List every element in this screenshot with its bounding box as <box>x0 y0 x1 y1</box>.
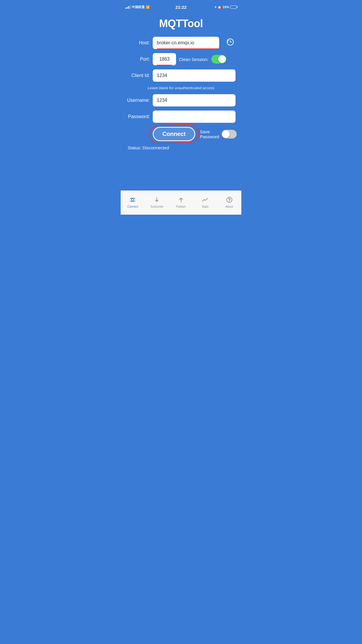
client-id-input[interactable] <box>153 69 236 82</box>
signal-bar-3 <box>128 6 129 9</box>
port-input[interactable] <box>153 53 176 65</box>
publish-tab-label: Publish <box>176 205 186 208</box>
about-tab-label: About <box>226 205 233 208</box>
port-clean-row: Port: Clean Session: <box>126 53 236 65</box>
svg-point-5 <box>229 202 230 202</box>
connect-tab-icon <box>129 196 136 204</box>
gps-icon: ⌖ <box>215 5 216 9</box>
username-input[interactable] <box>153 94 236 106</box>
signal-bar-2 <box>127 7 128 9</box>
wifi-icon: 📶 <box>146 5 150 9</box>
connect-btn-wrapper: Connect <box>153 127 195 141</box>
battery-icon <box>230 6 237 9</box>
tab-publish[interactable]: Publish <box>169 195 193 209</box>
save-password-toggle[interactable] <box>222 130 237 139</box>
about-tab-icon <box>226 196 233 204</box>
clean-session-label: Clean Session: <box>179 57 208 62</box>
port-input-wrapper <box>153 53 176 65</box>
save-password-group: Save Password <box>200 129 237 139</box>
clean-session-toggle[interactable] <box>211 55 226 64</box>
signal-bar-4 <box>130 5 131 9</box>
client-id-label: Client Id: <box>126 73 150 78</box>
status-time: 21:22 <box>175 5 187 10</box>
save-password-label: Save Password <box>200 129 219 139</box>
save-password-slider <box>222 130 237 139</box>
tab-bar: Connect Subscribe Publish Stats <box>121 190 241 215</box>
stats-tab-icon <box>202 196 209 204</box>
main-content: MQTTool Host: Port: <box>121 13 241 190</box>
status-left: 中国联通 📶 <box>125 5 150 9</box>
subscribe-tab-icon <box>153 196 160 204</box>
stats-tab-label: Stats <box>202 205 208 208</box>
client-id-row: Client Id: <box>126 69 236 82</box>
svg-point-1 <box>131 199 134 201</box>
form-section: Host: Port: Clean Session: <box>126 37 236 150</box>
password-label: Password: <box>126 114 150 119</box>
history-button[interactable] <box>225 37 236 49</box>
password-input[interactable] <box>153 111 236 123</box>
tab-subscribe[interactable]: Subscribe <box>145 195 169 209</box>
tab-connect[interactable]: Connect <box>121 195 145 209</box>
alarm-icon: ⏰ <box>217 5 222 9</box>
password-row: Password: <box>126 111 236 123</box>
save-password-knob <box>222 130 230 138</box>
status-bar: 中国联通 📶 21:22 ⌖ ⏰ 15% <box>121 0 241 13</box>
clean-session-slider <box>211 55 226 64</box>
subscribe-tab-label: Subscribe <box>150 205 163 208</box>
signal-bar-1 <box>125 8 126 9</box>
status-right: ⌖ ⏰ 15% <box>215 5 237 9</box>
username-row: Username: <box>126 94 236 106</box>
connect-row: Connect Save Password <box>126 127 236 141</box>
app-title: MQTTool <box>126 13 236 37</box>
status-text: Status: Disconnected <box>126 145 236 150</box>
tab-stats[interactable]: Stats <box>193 195 217 209</box>
tab-about[interactable]: About <box>217 195 241 209</box>
carrier-label: 中国联通 <box>132 5 145 9</box>
host-label: Host: <box>126 40 150 46</box>
signal-bars <box>125 5 131 9</box>
connect-button[interactable]: Connect <box>153 127 195 141</box>
host-input[interactable] <box>153 37 219 49</box>
battery-percent: 15% <box>223 5 229 9</box>
clean-session-knob <box>218 55 226 63</box>
host-input-wrapper <box>153 37 222 49</box>
connect-tab-label: Connect <box>127 205 138 208</box>
port-underline <box>157 65 172 65</box>
port-label: Port: <box>126 57 150 62</box>
battery-fill <box>231 6 232 8</box>
username-label: Username: <box>126 98 150 103</box>
host-row: Host: <box>126 37 236 49</box>
host-underline <box>157 48 218 49</box>
hint-text: Leave blank for unauthenticated access <box>126 86 236 90</box>
publish-tab-icon <box>178 196 184 204</box>
